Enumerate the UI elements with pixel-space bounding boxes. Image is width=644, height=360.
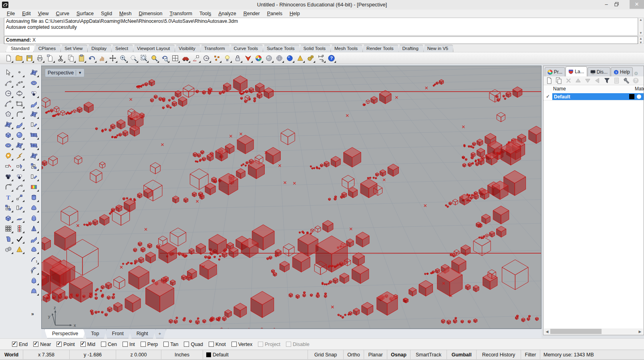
zoom-window-button[interactable]	[128, 53, 139, 63]
layer-tools-button[interactable]	[622, 77, 630, 85]
undo-view-change-button[interactable]	[159, 53, 170, 63]
offset-button[interactable]	[14, 202, 25, 213]
osnap-int-checkbox[interactable]	[123, 342, 128, 347]
print-button[interactable]	[34, 53, 45, 63]
osnap-knot-checkbox[interactable]	[209, 342, 214, 347]
viewport-tab-right[interactable]: Right	[129, 329, 156, 338]
osnap-perp-checkbox[interactable]	[141, 342, 146, 347]
menu-render[interactable]: Render	[240, 11, 264, 16]
menu-file[interactable]: File	[3, 11, 18, 16]
osnap-disable-checkbox[interactable]	[286, 342, 291, 347]
panel-horizontal-scrollbar[interactable]: ◀ ▶	[544, 328, 643, 334]
rectangular-array-button[interactable]	[2, 223, 14, 234]
loft-button[interactable]	[14, 119, 25, 130]
osnap-end-checkbox[interactable]	[12, 342, 17, 347]
collapsed-panel-strip[interactable]	[0, 18, 4, 44]
palette-overflow-button[interactable]: »	[31, 311, 34, 317]
gumball-toggle[interactable]: Gumball	[447, 350, 477, 360]
toolbar-tab-curve-tools[interactable]: Curve Tools	[229, 45, 264, 52]
toolbar-tab-drafting[interactable]: Drafting	[397, 45, 424, 52]
panel-tab-la[interactable]: La...	[566, 66, 587, 76]
layer-row-default[interactable]: ✓ Default	[543, 93, 644, 100]
extrude-button[interactable]	[14, 213, 25, 223]
quad-patch-button[interactable]	[28, 109, 39, 119]
toolbar-tab-visibility[interactable]: Visibility	[173, 45, 200, 52]
menu-solid[interactable]: Solid	[97, 11, 116, 16]
restore-button[interactable]	[614, 0, 629, 9]
osnap-near-checkbox[interactable]	[33, 342, 38, 347]
point-display-button[interactable]	[211, 53, 222, 63]
drag-point-button[interactable]	[14, 192, 25, 202]
scroll-down-icon[interactable]: ▼	[639, 41, 642, 45]
menu-analyze[interactable]: Analyze	[215, 11, 239, 16]
lights-button[interactable]	[222, 53, 232, 63]
sweep-1-rail-button[interactable]: 1	[28, 254, 39, 265]
scroll-up-icon[interactable]: ▲	[639, 37, 642, 41]
copy-button[interactable]	[66, 53, 76, 63]
duplicate-layer-button[interactable]	[555, 77, 563, 85]
command-history[interactable]: Autosaving file as C:\Users\Satoru\AppDa…	[4, 18, 638, 36]
menu-curve[interactable]: Curve	[52, 11, 73, 16]
ghosted-viewport-button[interactable]	[274, 53, 284, 63]
cut-button[interactable]	[55, 53, 66, 63]
surface-corner-points-button[interactable]	[28, 67, 39, 78]
panel-tab-dis[interactable]: Dis...	[588, 67, 610, 76]
toolbar-tab-mesh-tools[interactable]: Mesh Tools	[329, 45, 363, 52]
viewport-layout-button[interactable]	[170, 53, 180, 63]
diamond-points-button[interactable]	[28, 161, 39, 171]
vertical-patch-button[interactable]	[28, 150, 39, 161]
osnap-point-checkbox[interactable]	[56, 342, 62, 347]
current-layer-check-icon[interactable]: ✓	[543, 93, 552, 100]
menu-help[interactable]: Help	[286, 11, 304, 16]
sweep-surface-button[interactable]	[28, 234, 39, 244]
layer-color-swatch[interactable]	[629, 94, 634, 99]
narrow-cap-button[interactable]	[28, 213, 39, 223]
diamond-patch-button[interactable]	[28, 119, 39, 130]
command-input[interactable]: Command: X	[4, 36, 638, 44]
menu-surface[interactable]: Surface	[73, 11, 97, 16]
layer-material-icon[interactable]	[637, 94, 641, 99]
scroll-down-icon[interactable]: ▼	[639, 31, 642, 35]
fillet-button[interactable]	[2, 182, 14, 192]
split-button[interactable]	[14, 161, 25, 171]
undo-button[interactable]	[87, 53, 97, 63]
boolean-union-button[interactable]	[2, 171, 14, 182]
osnap-mid-checkbox[interactable]	[80, 342, 86, 347]
history-scrollbar[interactable]: ▲▼	[638, 18, 644, 36]
toolbar-tab-standard[interactable]: Standard	[6, 45, 35, 52]
menu-view[interactable]: View	[34, 11, 52, 16]
osnap-project-checkbox[interactable]	[258, 342, 263, 347]
plane-2x1-button[interactable]	[28, 130, 39, 140]
pyramid-button[interactable]	[14, 244, 25, 254]
curve-fillet-button[interactable]	[14, 109, 25, 119]
save-file-button[interactable]	[24, 53, 34, 63]
toolbar-tab-viewport-layout[interactable]: Viewport Layout	[132, 45, 175, 52]
arc-button[interactable]	[2, 98, 14, 109]
command-scrollbar[interactable]: ▲▼	[638, 36, 644, 44]
spray-points-button[interactable]	[28, 88, 39, 98]
copy-page-button[interactable]	[45, 53, 55, 63]
pan-view-button[interactable]	[97, 53, 107, 63]
solid-tools-button[interactable]	[2, 213, 14, 223]
new-layer-button[interactable]	[545, 77, 553, 85]
toolbar-tab-render-tools[interactable]: Render Tools	[361, 45, 399, 52]
spotlight-button[interactable]	[295, 53, 305, 63]
menu-panels[interactable]: Panels	[264, 11, 286, 16]
open-file-button[interactable]	[14, 53, 24, 63]
lock-objects-button[interactable]	[232, 53, 243, 63]
hide-objects-button[interactable]	[2, 234, 14, 244]
cplane-pane[interactable]: World	[0, 350, 23, 360]
explode-button[interactable]	[14, 150, 25, 161]
scroll-right-icon[interactable]: ▶	[637, 330, 643, 334]
filter-pane[interactable]: Filter	[521, 350, 540, 360]
osnap-vertex-checkbox[interactable]	[231, 342, 237, 347]
twist-surface-button[interactable]	[28, 275, 39, 286]
boolean-difference-button[interactable]	[14, 171, 25, 182]
planar-toggle[interactable]: Planar	[364, 350, 387, 360]
toolbar-tab-set-view[interactable]: Set View	[59, 45, 88, 52]
show-objects-button[interactable]	[14, 234, 25, 244]
panel-tab-help[interactable]: ?Help	[611, 67, 633, 76]
rotate-view-button[interactable]	[107, 53, 118, 63]
viewport-title-dropdown[interactable]: Perspective ▼	[45, 68, 85, 77]
osnap-circle-button[interactable]	[201, 53, 211, 63]
